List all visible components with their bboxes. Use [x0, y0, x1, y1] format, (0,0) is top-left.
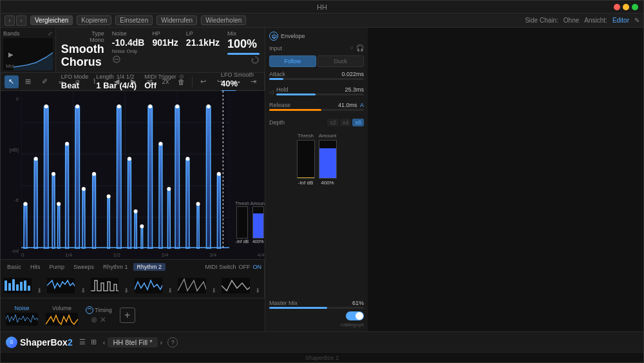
midi-on-btn[interactable]: ON — [253, 264, 262, 270]
download-btn-5[interactable]: ⬇ — [210, 284, 218, 296]
tab-basic[interactable]: Basic — [3, 263, 25, 271]
copy-btn[interactable]: Kopieren — [77, 15, 111, 25]
depth-x2-btn[interactable]: x2 — [327, 119, 339, 126]
pattern-preview-5[interactable] — [178, 278, 206, 293]
amount-label: Amount — [251, 201, 265, 206]
tab-sweeps[interactable]: Sweeps — [70, 263, 98, 271]
grid-tool-btn[interactable]: ⊞ — [21, 75, 35, 88]
amount-bar[interactable] — [252, 206, 264, 239]
master-mix-label: Master Mix — [269, 300, 298, 306]
thresh-label: Thresh — [235, 201, 249, 206]
master-toggle[interactable] — [346, 311, 364, 320]
close-window-btn[interactable] — [614, 4, 620, 10]
timing-module-tab[interactable]: Timing ⊕ ✕ — [86, 306, 112, 324]
duck-btn[interactable]: Duck — [317, 55, 365, 67]
download-btn-3[interactable]: ⬇ — [122, 284, 130, 296]
noise-sub: Noise Only — [112, 48, 145, 54]
tab-hits[interactable]: Hits — [26, 263, 44, 271]
release-slider[interactable] — [269, 109, 364, 111]
lp-value[interactable]: 21.1kHz — [186, 37, 220, 48]
amount-sidebar-bar[interactable] — [319, 140, 337, 179]
nav-forward-btn[interactable]: › — [16, 15, 26, 26]
noise-value[interactable]: -10.4dB — [112, 37, 145, 48]
volume-module-tab[interactable]: Volume — [46, 305, 78, 326]
input-section: Input ⑂ 🎧 — [269, 44, 364, 52]
editor-label[interactable]: Editor — [612, 17, 629, 24]
tab-pump[interactable]: Pump — [46, 263, 69, 271]
bands-section: Bands ▶ Mid ⤢ — [1, 28, 56, 73]
preset-next-btn[interactable]: › — [160, 338, 163, 346]
window-title: HH — [317, 3, 327, 11]
mix-reset-icon[interactable] — [251, 55, 260, 64]
mix-slider[interactable] — [227, 53, 260, 55]
bands-expand-btn[interactable]: ⤢ — [48, 30, 53, 37]
lfo-smooth-value[interactable]: 40% — [221, 79, 260, 88]
hold-arrow-icon[interactable]: ◁ — [269, 89, 274, 95]
pattern-preview-4[interactable] — [135, 278, 163, 293]
attack-slider[interactable] — [269, 78, 364, 80]
midi-off-btn[interactable]: OFF — [239, 264, 251, 270]
nav-back-btn[interactable]: ‹ — [5, 15, 15, 26]
preset-name[interactable]: HH 8tel Fill * — [108, 337, 157, 348]
pattern-preview-2[interactable] — [47, 278, 75, 293]
master-mix-slider[interactable] — [269, 307, 364, 309]
volume-svg — [46, 313, 78, 326]
length-value[interactable]: 1 Bar (4/4) — [96, 81, 137, 90]
nav-arrows: ‹ › — [5, 15, 26, 26]
edit-icon[interactable]: ✎ — [634, 17, 639, 24]
input-headphones-icon[interactable]: 🎧 — [356, 44, 364, 52]
master-mix-row: Master Mix 61% — [269, 300, 364, 306]
move-icon[interactable]: ⊕ — [91, 315, 97, 324]
add-module-btn[interactable]: + — [120, 308, 135, 323]
thresh-bar[interactable] — [236, 206, 248, 239]
hamburger-menu-btn[interactable]: ☰ — [78, 337, 87, 348]
lfo-mode-value[interactable]: Beat — [61, 81, 89, 90]
tab-rhythm2[interactable]: Rhythm 2 — [133, 263, 166, 271]
maximize-window-btn[interactable] — [632, 4, 638, 10]
redo-btn[interactable]: Wiederholen — [201, 15, 246, 25]
midi-trigger-value[interactable]: Off — [144, 81, 184, 90]
tab-rhythm1[interactable]: Rhythm 1 — [99, 263, 132, 271]
depth-x4-btn[interactable]: x4 — [340, 119, 352, 126]
pattern-preview-3[interactable] — [91, 278, 119, 293]
input-split-icon[interactable]: ⑂ — [350, 44, 354, 52]
noise-preview — [6, 313, 38, 326]
thresh-sidebar-bar[interactable] — [297, 140, 315, 179]
preset-prev-btn[interactable]: ‹ — [103, 338, 106, 346]
paste-btn[interactable]: Einsetzen — [115, 15, 153, 25]
top-section-row: Bands ▶ Mid ⤢ — [1, 28, 265, 73]
svg-rect-10 — [28, 286, 30, 291]
release-suffix: A — [360, 102, 364, 108]
grid-view-btn[interactable]: ⊞ — [90, 337, 98, 348]
type-name[interactable]: Smooth Chorus — [61, 43, 104, 69]
download-btn-4[interactable]: ⬇ — [166, 284, 174, 296]
envelope-power-btn[interactable]: ⏻ — [269, 32, 278, 41]
download-btn-1[interactable]: ⬇ — [35, 284, 43, 296]
midi-trigger-settings-icon[interactable]: ⚙ — [179, 74, 184, 80]
follow-btn[interactable]: Follow — [269, 55, 316, 67]
undo-btn[interactable]: Widerrufen — [156, 15, 197, 25]
waveform-canvas[interactable] — [21, 91, 229, 249]
delete-icon[interactable]: ✕ — [100, 315, 106, 324]
hold-label: Hold — [276, 86, 289, 93]
compare-btn[interactable]: Vergleichen — [30, 15, 73, 25]
link-icon[interactable] — [112, 55, 121, 64]
depth-x8-btn[interactable]: x8 — [352, 119, 364, 126]
right-sidebar: ⏻ Envelope Input ⑂ 🎧 Follow Duck — [265, 28, 368, 331]
help-btn[interactable]: ? — [167, 337, 178, 348]
download-btn-2[interactable]: ⬇ — [79, 284, 86, 296]
noise-module-tab[interactable]: Noise — [6, 305, 38, 326]
draw-tool-btn[interactable]: ✐ — [37, 75, 52, 88]
title-bar: HH — [1, 1, 643, 14]
hp-value[interactable]: 901Hz — [152, 37, 178, 48]
hold-slider[interactable] — [276, 93, 364, 95]
minimize-window-btn[interactable] — [623, 4, 629, 10]
pattern-preview-1[interactable] — [3, 278, 32, 293]
bottom-bar: S ShaperBox2 ☰ ⊞ ‹ HH 8tel Fill * › ? — [1, 331, 643, 352]
mix-value[interactable]: 100% — [227, 37, 260, 51]
cursor-tool-btn[interactable]: ↖ — [5, 75, 19, 88]
download-btn-6[interactable]: ⬇ — [254, 284, 261, 296]
top-toolbar: ‹ › Vergleichen Kopieren Einsetzen Wider… — [1, 14, 643, 28]
pattern-preview-6[interactable] — [222, 278, 250, 293]
bands-play-btn[interactable]: ▶ — [8, 51, 14, 58]
